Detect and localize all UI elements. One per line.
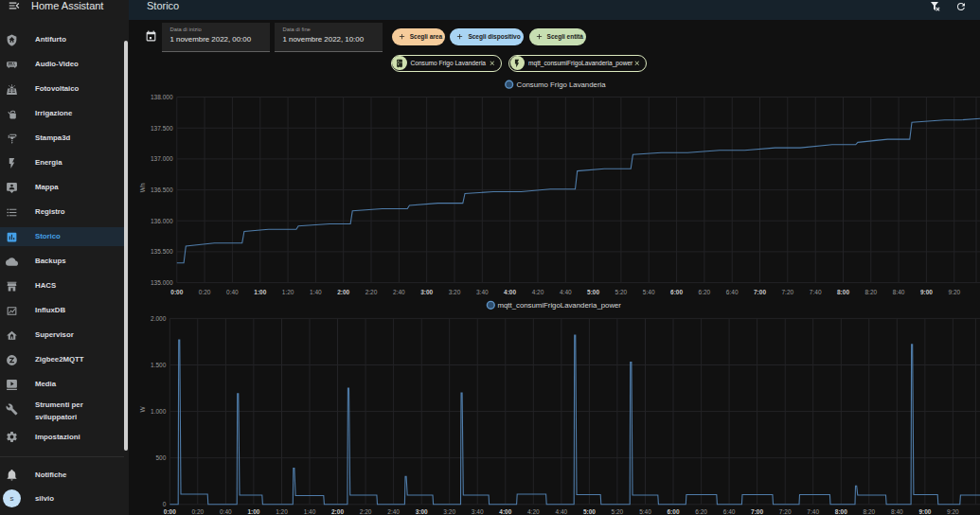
svg-text:4:40: 4:40	[556, 508, 568, 515]
svg-text:1.500: 1.500	[151, 362, 167, 368]
svg-text:7:20: 7:20	[779, 508, 792, 515]
svg-text:137.500: 137.500	[151, 125, 173, 132]
svg-text:2:40: 2:40	[393, 289, 405, 295]
svg-text:500: 500	[155, 454, 166, 461]
svg-text:3:20: 3:20	[449, 289, 461, 295]
svg-text:8:00: 8:00	[835, 508, 847, 515]
svg-text:137.000: 137.000	[151, 155, 173, 162]
svg-text:2:40: 2:40	[387, 508, 400, 515]
svg-text:3:00: 3:00	[416, 508, 428, 515]
svg-text:4:40: 4:40	[560, 289, 572, 295]
svg-text:138.000: 138.000	[151, 94, 173, 100]
svg-text:2:00: 2:00	[337, 289, 349, 295]
svg-text:0:00: 0:00	[170, 289, 183, 295]
svg-text:7:00: 7:00	[751, 508, 763, 515]
svg-text:9:20: 9:20	[947, 508, 959, 515]
svg-text:0:20: 0:20	[191, 508, 204, 515]
svg-text:1:20: 1:20	[282, 289, 294, 295]
svg-text:2:20: 2:20	[365, 289, 378, 295]
svg-text:3:40: 3:40	[476, 289, 489, 295]
svg-text:6:20: 6:20	[695, 508, 707, 515]
svg-text:1.000: 1.000	[151, 408, 167, 415]
svg-text:8:20: 8:20	[864, 289, 877, 295]
svg-text:1:00: 1:00	[247, 508, 259, 515]
svg-text:2:00: 2:00	[331, 508, 344, 515]
svg-text:135.000: 135.000	[151, 279, 173, 286]
svg-text:5:40: 5:40	[639, 508, 651, 515]
svg-text:8:40: 8:40	[893, 289, 905, 295]
svg-text:3:20: 3:20	[443, 508, 455, 515]
svg-text:5:00: 5:00	[587, 289, 599, 295]
svg-text:136.000: 136.000	[151, 218, 173, 224]
svg-text:0:20: 0:20	[199, 289, 211, 295]
svg-text:8:00: 8:00	[837, 289, 849, 295]
svg-text:5:20: 5:20	[612, 508, 624, 515]
svg-text:5:00: 5:00	[583, 508, 596, 515]
svg-text:6:00: 6:00	[667, 508, 679, 515]
svg-text:4:00: 4:00	[499, 508, 511, 515]
svg-text:2:20: 2:20	[360, 508, 372, 515]
svg-text:9:00: 9:00	[918, 508, 931, 515]
svg-text:Wh: Wh	[139, 183, 146, 192]
svg-text:Consumo Frigo Lavanderia: Consumo Frigo Lavanderia	[517, 80, 607, 89]
svg-text:9:20: 9:20	[948, 289, 960, 295]
svg-text:135.500: 135.500	[151, 248, 173, 255]
svg-text:W: W	[140, 405, 147, 412]
svg-text:3:00: 3:00	[420, 289, 433, 295]
svg-text:1:40: 1:40	[304, 508, 316, 515]
svg-text:1:20: 1:20	[276, 508, 288, 515]
svg-text:0:40: 0:40	[220, 508, 232, 515]
svg-text:7:40: 7:40	[807, 508, 819, 515]
svg-text:5:40: 5:40	[643, 289, 655, 295]
svg-text:3:40: 3:40	[472, 508, 484, 515]
svg-text:0:40: 0:40	[226, 289, 239, 295]
svg-text:2.000: 2.000	[151, 315, 167, 322]
svg-text:9:00: 9:00	[920, 289, 933, 295]
svg-text:6:40: 6:40	[723, 508, 736, 515]
svg-text:8:20: 8:20	[863, 508, 875, 515]
svg-text:4:00: 4:00	[504, 289, 516, 295]
svg-text:1:00: 1:00	[254, 289, 266, 295]
svg-text:8:40: 8:40	[891, 508, 903, 515]
svg-text:0: 0	[163, 501, 167, 507]
svg-text:mqtt_consumiFrigoLavanderia_po: mqtt_consumiFrigoLavanderia_power	[498, 301, 622, 310]
svg-text:1:40: 1:40	[310, 289, 322, 295]
svg-text:136.500: 136.500	[151, 186, 173, 193]
svg-text:7:20: 7:20	[781, 289, 793, 295]
svg-text:4:20: 4:20	[527, 508, 540, 515]
svg-text:5:20: 5:20	[615, 289, 628, 295]
svg-text:6:40: 6:40	[726, 289, 739, 295]
svg-text:6:20: 6:20	[699, 289, 711, 295]
svg-text:7:00: 7:00	[754, 289, 766, 295]
svg-text:7:40: 7:40	[810, 289, 822, 295]
svg-text:0:00: 0:00	[164, 508, 176, 515]
svg-text:4:20: 4:20	[532, 289, 544, 295]
svg-text:6:00: 6:00	[670, 289, 683, 295]
